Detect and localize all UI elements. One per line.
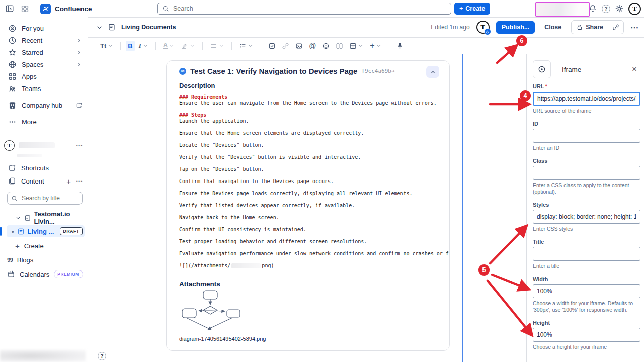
page-header-bar: Living Documents Edited 1m ago T Publish…: [88, 17, 644, 38]
form-field: Height Choose a height for your iframe: [533, 320, 640, 350]
chevron-down-icon[interactable]: [96, 24, 103, 31]
insert-link-button[interactable]: [280, 41, 291, 51]
square-plus-icon: [8, 164, 16, 172]
left-sidebar: For you Recent Starred Spaces: [0, 17, 88, 362]
code-line: ### Steps: [179, 112, 439, 118]
person-circle-icon: [8, 24, 17, 33]
collaborator-avatar[interactable]: T: [476, 21, 490, 34]
field-input[interactable]: [533, 92, 640, 106]
user-avatar[interactable]: T: [628, 3, 641, 15]
code-line: [179, 148, 439, 154]
field-input[interactable]: [533, 328, 640, 342]
highlight-button[interactable]: [179, 41, 197, 51]
search-icon: [11, 195, 18, 202]
bold-button[interactable]: B: [126, 41, 134, 51]
add-content-button[interactable]: +: [66, 177, 71, 186]
breadcrumb[interactable]: Living Documents: [121, 24, 176, 31]
field-helper: Enter a title: [533, 263, 638, 269]
field-input[interactable]: [533, 166, 640, 180]
sidebar-nav-item[interactable]: Recent: [0, 34, 88, 46]
test-case-link[interactable]: T9cc4a69b→: [361, 68, 394, 74]
text-style-button[interactable]: Tt: [98, 41, 115, 51]
publish-button[interactable]: Publish...: [496, 21, 535, 34]
sidebar-nav-item[interactable]: For you: [0, 22, 88, 34]
highlighter-icon: [181, 42, 188, 50]
sidebar-item-content[interactable]: Content + ⋯: [0, 174, 88, 188]
pin-toolbar-button[interactable]: [394, 41, 406, 51]
app-name: Confluence: [55, 5, 92, 13]
field-input[interactable]: [533, 247, 640, 261]
emoji-button[interactable]: [320, 41, 332, 51]
code-line: Ensure the user can navigate from the Ho…: [179, 100, 439, 106]
bell-icon[interactable]: [588, 4, 597, 13]
link-icon: [282, 42, 289, 50]
code-line: Locate the "Devices" button.: [179, 142, 439, 148]
list-button[interactable]: [237, 41, 256, 51]
title-search[interactable]: [7, 192, 83, 205]
sidebar-nav-item[interactable]: Teams: [0, 82, 88, 95]
code-line: [179, 209, 439, 215]
macro-icon: M: [179, 68, 186, 75]
space-header[interactable]: T ⋯: [0, 139, 88, 152]
text-color-button[interactable]: A: [161, 41, 177, 51]
collapse-button[interactable]: [426, 66, 439, 78]
tree-create-button[interactable]: + Create: [0, 240, 88, 252]
sidebar-toggle-icon[interactable]: [3, 2, 16, 15]
blogs-icon: 99: [7, 257, 13, 263]
insert-more-button[interactable]: +: [368, 40, 383, 52]
sidebar-item-shortcuts[interactable]: Shortcuts: [0, 161, 88, 174]
sidebar-item-calendars[interactable]: Calendars PREMIUM: [0, 268, 88, 280]
field-helper: Enter CSS styles: [533, 226, 638, 232]
gear-icon[interactable]: [615, 4, 624, 13]
users-icon: [8, 84, 17, 93]
task-button[interactable]: [266, 41, 278, 51]
table-button[interactable]: [347, 41, 366, 51]
editor-help-icon[interactable]: ?: [98, 352, 106, 360]
globe-icon: [8, 60, 17, 69]
space-more-button[interactable]: ⋯: [76, 142, 83, 149]
plus-icon: +: [459, 5, 463, 12]
copy-link-button[interactable]: [608, 21, 623, 34]
code-line: Tap on the "Devices" button.: [179, 166, 439, 172]
confluence-logo-icon[interactable]: [40, 4, 51, 14]
form-field: Styles Enter CSS styles: [533, 202, 640, 232]
chevron-down-icon[interactable]: [15, 215, 21, 221]
sidebar-nav-item[interactable]: More: [0, 116, 88, 128]
title-search-input[interactable]: [21, 194, 73, 202]
redacted-filename: [231, 263, 261, 268]
more-actions-button[interactable]: ⋯: [630, 23, 639, 32]
sidebar-nav-item[interactable]: Apps: [0, 70, 88, 82]
sidebar-item-blogs[interactable]: 99 Blogs: [0, 254, 88, 266]
app-switcher-icon[interactable]: [18, 2, 31, 15]
italic-button[interactable]: I: [137, 40, 150, 51]
sidebar-nav-item[interactable]: Starred: [0, 46, 88, 58]
lock-badge-icon: [484, 28, 491, 35]
code-block[interactable]: ### RequirementsEnsure the user can navi…: [179, 94, 439, 257]
code-line: [179, 185, 439, 191]
insert-image-button[interactable]: [293, 41, 305, 51]
field-input[interactable]: [533, 210, 640, 224]
tree-item-selected[interactable]: • Living ... DRAFT: [7, 225, 85, 237]
redacted-block: [535, 2, 590, 17]
help-icon[interactable]: ?: [602, 5, 610, 13]
content-more-button[interactable]: ⋯: [76, 177, 83, 185]
align-button[interactable]: [208, 41, 226, 51]
field-helper: Enter a CSS class to apply to the conten…: [533, 182, 638, 195]
code-line: [179, 124, 439, 130]
attachment-diagram-image[interactable]: [181, 290, 246, 333]
share-button[interactable]: Share: [572, 21, 608, 34]
tree-item-parent[interactable]: Testomat.io Livin...: [0, 212, 88, 224]
close-button[interactable]: Close: [541, 24, 565, 31]
close-icon[interactable]: ×: [629, 64, 640, 74]
sidebar-nav-item[interactable]: Spaces: [0, 58, 88, 70]
search-input[interactable]: [172, 5, 447, 13]
macro-settings-button[interactable]: [533, 60, 551, 78]
field-input[interactable]: [533, 129, 640, 143]
create-button[interactable]: +Create: [454, 3, 490, 15]
global-search[interactable]: [157, 3, 451, 15]
sidebar-nav-item[interactable]: Company hub: [0, 99, 88, 111]
mention-button[interactable]: @: [307, 40, 318, 51]
field-input[interactable]: [533, 284, 640, 298]
checkbox-icon: [268, 42, 276, 50]
layouts-button[interactable]: [334, 41, 345, 51]
